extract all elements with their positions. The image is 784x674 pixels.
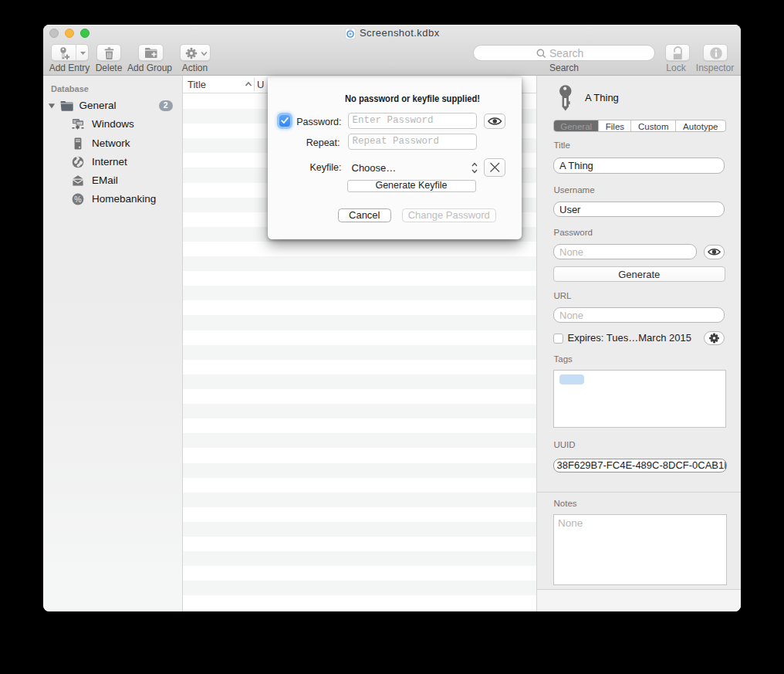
svg-text:%: % — [74, 195, 81, 204]
